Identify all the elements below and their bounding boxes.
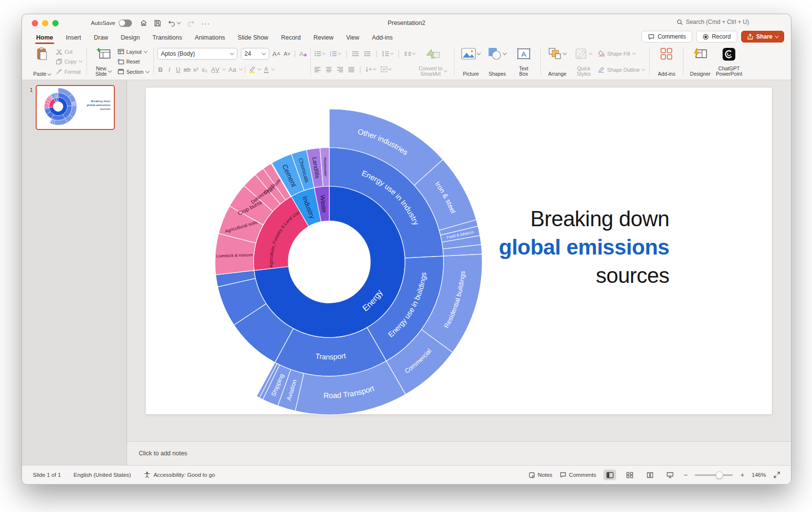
notes-placeholder: Click to add notes [139, 450, 187, 457]
shape-outline-button[interactable]: Shape Outline [598, 66, 645, 73]
line-spacing-button[interactable] [382, 51, 393, 57]
more-options-icon[interactable]: ··· [201, 19, 210, 27]
tab-review[interactable]: Review [307, 33, 340, 44]
add-ins-button[interactable]: Add-ins [653, 46, 680, 77]
zoom-in-button[interactable]: + [740, 471, 744, 479]
format-painter-button[interactable]: Format [56, 68, 82, 75]
decrease-indent-button[interactable] [352, 51, 359, 57]
thumbnail-slide-number: 1 [30, 87, 33, 93]
font-name-select[interactable]: Aptos (Body) [157, 48, 237, 60]
italic-button[interactable]: I [166, 66, 173, 73]
justify-button[interactable] [348, 67, 355, 72]
svg-text:A: A [521, 50, 526, 58]
clear-formatting-icon[interactable]: A◆ [299, 50, 307, 58]
increase-font-icon[interactable]: A˄ [273, 50, 280, 58]
numbering-button[interactable]: 123 [330, 51, 341, 57]
zoom-out-button[interactable]: − [684, 471, 687, 479]
slideshow-button[interactable] [663, 469, 676, 480]
close-button[interactable] [32, 20, 38, 26]
underline-button[interactable]: U [175, 66, 182, 73]
shapes-button[interactable]: Shapes [484, 46, 511, 77]
zoom-slider[interactable] [695, 474, 733, 476]
record-button[interactable]: Record [696, 31, 737, 43]
share-button[interactable]: Share [741, 31, 784, 43]
highlight-color-button[interactable] [248, 66, 256, 73]
columns-button[interactable] [404, 51, 415, 57]
chatgpt-powerpoint-button[interactable]: ChatGPTPowerPoint [713, 46, 745, 77]
section-button[interactable]: Section [118, 68, 149, 75]
picture-button[interactable]: Picture [458, 46, 484, 77]
bullets-button[interactable] [314, 51, 325, 57]
normal-view-button[interactable] [603, 469, 616, 480]
language-selector[interactable]: English (United States) [74, 472, 131, 478]
save-icon[interactable] [154, 20, 161, 27]
new-slide-button[interactable]: NewSlide [90, 46, 117, 77]
tab-view[interactable]: View [340, 33, 365, 44]
subscript-button[interactable]: x₂ [201, 66, 208, 73]
share-icon [747, 34, 753, 40]
align-right-button[interactable] [337, 67, 343, 72]
change-case-button[interactable]: Aa [228, 66, 237, 73]
slide-title-line3: sources [499, 261, 669, 290]
accessibility-status[interactable]: Accessibility: Good to go [144, 471, 215, 478]
slide-thumbnail[interactable]: Breaking down global emissions sources [36, 85, 115, 130]
slide-thumbnail-panel: 1 Breaking down global emissions sources [22, 80, 127, 465]
undo-icon[interactable] [168, 20, 180, 27]
character-spacing-button[interactable]: A̲V̲ [210, 66, 221, 73]
convert-to-smartart-button[interactable]: Convert toSmartArt [415, 46, 450, 77]
font-size-select[interactable]: 24 [241, 48, 269, 60]
search-field[interactable]: Search (Cmd + Ctrl + U) [677, 19, 749, 25]
slide-title-line1: Breaking down [499, 205, 669, 233]
text-box-button[interactable]: A TextBox [511, 46, 537, 77]
align-center-button[interactable] [325, 67, 332, 72]
tab-animations[interactable]: Animations [189, 33, 232, 44]
notes-icon [529, 472, 535, 478]
tab-transitions[interactable]: Transitions [146, 33, 189, 44]
tab-home[interactable]: Home [30, 33, 60, 44]
increase-indent-button[interactable] [363, 51, 371, 57]
tab-slide-show[interactable]: Slide Show [232, 33, 275, 44]
tab-add-ins[interactable]: Add-ins [365, 33, 399, 44]
arrange-button[interactable]: Arrange [544, 46, 571, 77]
cut-button[interactable]: Cut [56, 48, 82, 55]
search-icon [677, 19, 683, 25]
zoom-window-button[interactable] [52, 20, 59, 26]
chart-label: Transport [315, 351, 347, 361]
layout-button[interactable]: Layout [118, 48, 149, 55]
tab-design[interactable]: Design [114, 33, 146, 44]
quick-styles-button[interactable]: QuickStyles [571, 46, 597, 77]
tab-insert[interactable]: Insert [60, 33, 87, 44]
slide[interactable]: EnergyAgriculture, Forestry & Land UseIn… [146, 87, 772, 414]
reading-view-button[interactable] [643, 469, 656, 480]
bold-button[interactable]: B [157, 66, 164, 73]
paste-button[interactable]: Paste [29, 46, 55, 77]
slide-sorter-view-button[interactable] [623, 469, 636, 480]
slide-editing-canvas[interactable]: EnergyAgriculture, Forestry & Land UseIn… [127, 80, 791, 441]
strikethrough-button[interactable]: ab [184, 66, 191, 73]
minimize-button[interactable] [42, 20, 48, 26]
reset-button[interactable]: Reset [118, 58, 149, 65]
sunburst-chart[interactable]: EnergyAgriculture, Forestry & Land UseIn… [173, 106, 486, 418]
slide-title-line2: global emissions [499, 233, 669, 261]
text-direction-button[interactable]: A [365, 66, 376, 72]
tab-draw[interactable]: Draw [87, 33, 114, 44]
notes-toggle[interactable]: Notes [529, 472, 553, 478]
autosave-toggle[interactable] [119, 20, 132, 27]
home-icon[interactable] [140, 19, 148, 27]
copy-button[interactable]: Copy [56, 58, 82, 65]
designer-button[interactable]: Designer [687, 46, 713, 77]
align-text-button[interactable] [381, 66, 391, 72]
zoom-level[interactable]: 146% [752, 472, 766, 478]
decrease-font-icon[interactable]: A˅ [284, 51, 291, 57]
notes-pane[interactable]: Click to add notes [127, 441, 791, 465]
tab-record[interactable]: Record [275, 33, 307, 44]
shape-fill-button[interactable]: Shape Fill [598, 50, 645, 57]
slide-counter[interactable]: Slide 1 of 1 [33, 472, 61, 478]
slide-title[interactable]: Breaking down global emissions sources [499, 205, 669, 290]
comments-toggle[interactable]: Comments [560, 472, 597, 478]
comments-button[interactable]: Comments [641, 31, 692, 43]
font-color-button[interactable]: A [263, 66, 270, 73]
superscript-button[interactable]: x² [192, 66, 199, 73]
fit-slide-button[interactable] [773, 471, 780, 478]
align-left-button[interactable] [314, 67, 321, 72]
